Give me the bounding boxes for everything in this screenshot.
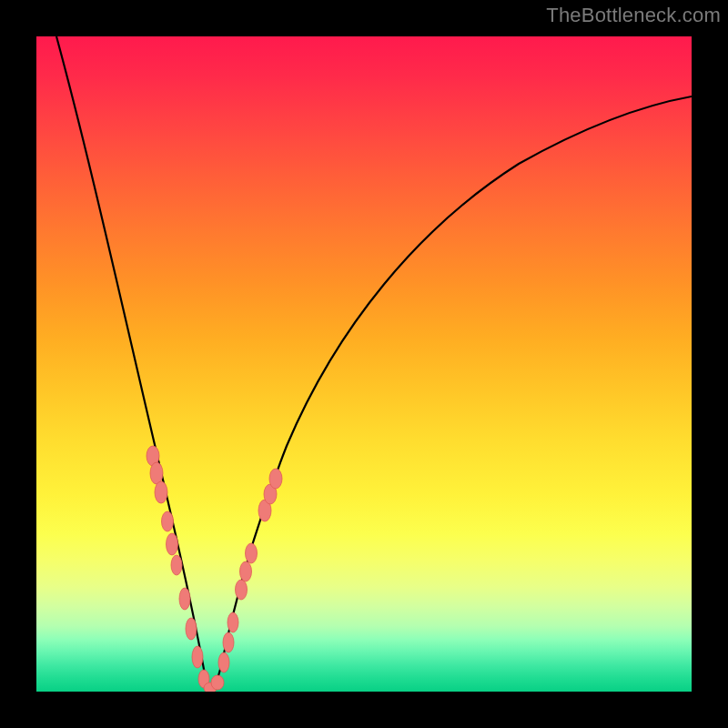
svg-point-6 [179, 588, 190, 610]
svg-point-4 [167, 533, 178, 555]
svg-point-5 [171, 555, 182, 575]
svg-point-14 [228, 612, 238, 632]
svg-point-11 [211, 675, 224, 690]
svg-point-16 [240, 561, 252, 581]
svg-point-20 [269, 469, 282, 489]
svg-point-2 [155, 481, 167, 503]
watermark-label: TheBottleneck.com [546, 4, 721, 27]
svg-point-1 [150, 462, 163, 484]
svg-point-17 [246, 543, 258, 563]
bottleneck-curve [56, 36, 692, 692]
chart-frame: TheBottleneck.com [0, 0, 728, 728]
svg-point-15 [236, 580, 248, 600]
svg-point-7 [186, 618, 197, 640]
svg-point-13 [223, 632, 234, 652]
svg-point-12 [218, 652, 229, 672]
svg-point-8 [192, 646, 203, 668]
highlight-markers [147, 446, 282, 692]
curve-layer [36, 36, 692, 692]
plot-area [36, 36, 692, 692]
svg-point-3 [162, 511, 174, 531]
